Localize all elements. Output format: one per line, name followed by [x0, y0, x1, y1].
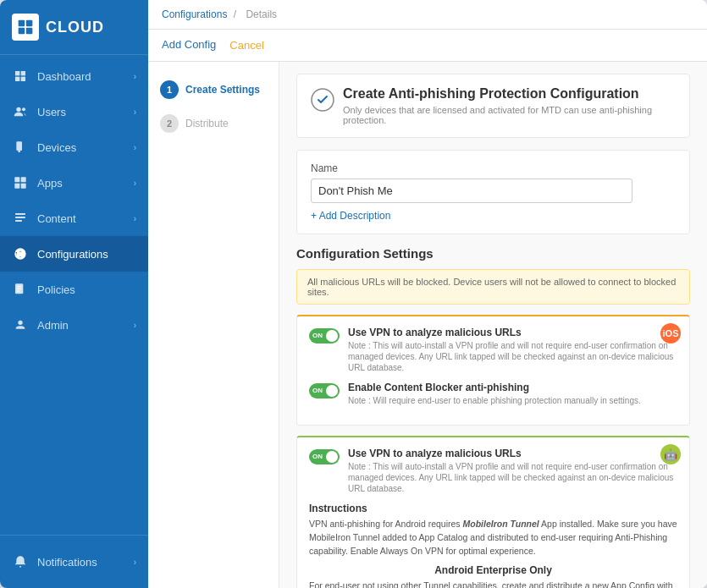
page-title-section: Create Anti-phishing Protection Configur… — [296, 74, 690, 138]
svg-rect-4 — [15, 71, 19, 75]
svg-rect-15 — [21, 184, 26, 189]
name-label: Name — [311, 162, 676, 174]
ios-toggle-vpn: ON Use VPN to analyze malicious URLs Not… — [309, 327, 677, 373]
step-label-1: Create Settings — [185, 84, 260, 96]
sidebar-label-apps: Apps — [37, 177, 134, 190]
sidebar-item-devices[interactable]: Devices › — [0, 129, 148, 165]
step-label-2: Distribute — [185, 118, 229, 129]
ios-section: iOS ON Use VPN to analyze malicious URLs… — [296, 315, 690, 426]
svg-rect-1 — [26, 20, 33, 27]
wizard-sidebar: 1 Create Settings 2 Distribute — [148, 62, 279, 588]
devices-icon — [12, 139, 29, 156]
config-settings-title: Configuration Settings — [296, 246, 690, 261]
svg-rect-12 — [14, 177, 19, 182]
breadcrumb-parent[interactable]: Configurations — [162, 8, 227, 20]
android-vpn-toggle[interactable]: ON — [309, 449, 340, 464]
content-icon — [12, 210, 29, 227]
sidebar-item-notifications[interactable]: Notifications › — [0, 544, 148, 580]
svg-rect-22 — [17, 290, 19, 291]
ios-content-blocker-toggle[interactable]: ON — [309, 383, 340, 398]
apps-icon — [12, 174, 29, 191]
step-circle-2: 2 — [160, 114, 179, 133]
sidebar-label-devices: Devices — [37, 141, 134, 154]
sidebar-item-policies[interactable]: Policies — [0, 272, 148, 307]
svg-point-8 — [16, 107, 20, 112]
logo-area: CLOUD — [0, 0, 148, 55]
android-only-title: Android Enterprise Only — [309, 564, 677, 576]
users-icon — [12, 103, 29, 120]
android-vpn-label: Use VPN to analyze malicious URLs Note :… — [348, 448, 677, 494]
chevron-right-icon: › — [134, 143, 136, 152]
breadcrumb-current: Details — [246, 8, 277, 20]
warning-bar: All malicious URLs will be blocked. Devi… — [296, 269, 690, 305]
sidebar-item-admin[interactable]: Admin › — [0, 307, 148, 343]
ios-vpn-toggle[interactable]: ON — [309, 328, 340, 343]
chevron-right-icon: › — [134, 107, 136, 117]
svg-rect-16 — [15, 213, 25, 215]
svg-rect-11 — [18, 151, 20, 152]
add-description-link[interactable]: + Add Description — [311, 210, 676, 222]
dashboard-icon — [12, 68, 29, 85]
add-config-button[interactable]: Add Config — [162, 38, 216, 61]
svg-point-9 — [22, 107, 25, 111]
admin-icon — [12, 316, 29, 333]
name-field-section: Name + Add Description — [296, 150, 690, 234]
breadcrumb-separator: / — [234, 8, 236, 20]
svg-rect-7 — [21, 77, 25, 81]
config-settings-section: Configuration Settings All malicious URL… — [296, 246, 690, 588]
logo-text: CLOUD — [46, 19, 104, 36]
breadcrumb: Configurations / Details — [148, 0, 707, 30]
instructions-text: VPN anti-phishing for Android requires M… — [309, 518, 677, 558]
sidebar-label-notifications: Notifications — [37, 556, 134, 569]
sidebar-label-dashboard: Dashboard — [37, 70, 134, 83]
svg-rect-5 — [21, 71, 25, 75]
notifications-icon — [12, 553, 29, 570]
chevron-right-icon: › — [134, 321, 136, 330]
ios-vpn-label: Use VPN to analyze malicious URLs Note :… — [348, 327, 677, 373]
form-area: Create Anti-phishing Protection Configur… — [279, 62, 707, 588]
chevron-right-icon: › — [134, 214, 136, 223]
wizard-step-1[interactable]: 1 Create Settings — [157, 75, 270, 104]
instructions-title: Instructions — [309, 503, 677, 514]
svg-rect-2 — [19, 28, 25, 35]
policies-icon — [12, 281, 29, 298]
step-circle-1: 1 — [160, 80, 179, 99]
sidebar-label-admin: Admin — [37, 319, 134, 332]
sidebar-label-policies: Policies — [37, 283, 136, 296]
svg-rect-17 — [15, 217, 25, 218]
svg-rect-20 — [17, 286, 21, 287]
sidebar-item-content[interactable]: Content › — [0, 201, 148, 236]
wizard-step-2[interactable]: 2 Distribute — [157, 109, 270, 138]
svg-point-23 — [18, 321, 22, 325]
sidebar: CLOUD Dashboard › Users › D — [0, 0, 148, 588]
configurations-icon — [12, 245, 29, 262]
sidebar-label-users: Users — [37, 106, 134, 118]
android-only-text: For end-user not using other Tunnel capa… — [309, 580, 677, 588]
page-heading: Create Anti-phishing Protection Configur… — [343, 86, 676, 102]
sidebar-item-apps[interactable]: Apps › — [0, 165, 148, 201]
page-title-text: Create Anti-phishing Protection Configur… — [343, 86, 676, 125]
chevron-right-icon: › — [134, 72, 136, 81]
sidebar-bottom: Notifications › — [0, 535, 148, 588]
android-section: 🤖 ON Use VPN to analyze malicious URLs N… — [296, 436, 690, 588]
sidebar-item-users[interactable]: Users › — [0, 94, 148, 129]
name-input[interactable] — [311, 179, 632, 203]
page-subtitle: Only devices that are licensed and activ… — [343, 105, 676, 125]
sidebar-item-dashboard[interactable]: Dashboard › — [0, 58, 148, 94]
android-badge: 🤖 — [660, 444, 681, 464]
content-header: Add Config Cancel — [148, 30, 707, 62]
svg-rect-10 — [16, 141, 22, 151]
main-nav: Dashboard › Users › Devices › — [0, 55, 148, 535]
svg-rect-6 — [15, 77, 19, 81]
chevron-right-icon: › — [134, 179, 136, 188]
svg-rect-13 — [21, 177, 26, 182]
svg-rect-3 — [26, 28, 33, 35]
ios-badge: iOS — [660, 323, 681, 343]
sidebar-label-content: Content — [37, 212, 134, 225]
svg-rect-18 — [15, 220, 22, 222]
sidebar-item-configurations[interactable]: Configurations — [0, 236, 148, 272]
wizard-container: 1 Create Settings 2 Distribute — [148, 62, 707, 588]
cancel-button[interactable]: Cancel — [229, 39, 263, 60]
ios-content-blocker-label: Enable Content Blocker anti-phishing Not… — [348, 382, 641, 406]
svg-rect-0 — [19, 20, 25, 27]
